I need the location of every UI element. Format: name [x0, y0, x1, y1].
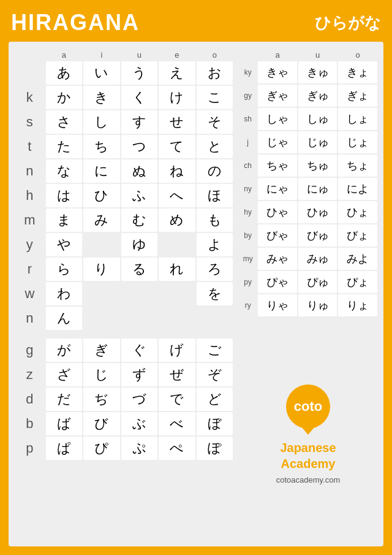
combo-char-10-1: りゅ	[298, 294, 337, 316]
main-char-9-0: わ	[46, 282, 82, 305]
combo-col-u: u	[298, 49, 337, 60]
voiced-char-3-2: ぶ	[121, 412, 157, 435]
main-char-5-3: へ	[159, 184, 195, 207]
main-char-8-0: ら	[46, 258, 82, 281]
main-char-8-1: り	[83, 258, 119, 281]
combo-char-0-1: きゅ	[298, 61, 337, 83]
voiced-char-1-3: ぜ	[159, 363, 195, 386]
combo-char-2-1: しゅ	[298, 108, 337, 130]
combo-char-4-0: ちゃ	[258, 155, 297, 177]
row-label-8: r	[15, 258, 45, 281]
col-header-i: i	[83, 49, 119, 60]
main-char-7-3	[159, 233, 195, 256]
row-label-6: m	[15, 209, 45, 232]
main-char-8-3: れ	[159, 258, 195, 281]
main-char-5-1: ひ	[83, 184, 119, 207]
main-char-5-4: ほ	[197, 184, 233, 207]
voiced-label-3: b	[15, 412, 45, 435]
academy-line2: Academy	[281, 457, 336, 470]
voiced-char-4-4: ぽ	[197, 437, 233, 460]
main-char-7-2: ゆ	[121, 233, 157, 256]
combo-char-5-2: によ	[338, 178, 377, 200]
voiced-char-1-0: ざ	[46, 363, 82, 386]
voiced-char-4-3: ぺ	[159, 437, 195, 460]
coto-logo-text: coto	[294, 399, 322, 415]
voiced-char-2-3: で	[159, 388, 195, 411]
combo-char-9-0: ぴゃ	[258, 271, 297, 293]
main-char-10-1	[83, 307, 119, 330]
voiced-hiragana-table: gがぎぐげごzざじずぜぞdだぢづでどbばびぶべぼpぱぴぷぺぽ	[13, 337, 234, 461]
main-char-5-2: ふ	[121, 184, 157, 207]
voiced-char-3-4: ぼ	[197, 412, 233, 435]
main-char-3-0: た	[46, 135, 82, 158]
empty-header	[15, 49, 45, 60]
row-label-1: k	[15, 86, 45, 109]
combo-char-7-0: びゃ	[258, 224, 297, 247]
academy-line1: Japanese	[280, 441, 336, 454]
combo-label-6: hy	[239, 201, 257, 223]
combo-char-4-2: ちょ	[338, 155, 377, 177]
voiced-char-2-1: ぢ	[83, 388, 119, 411]
voiced-label-1: z	[15, 363, 45, 386]
row-label-3: t	[15, 135, 45, 158]
main-char-9-1	[83, 282, 119, 305]
voiced-char-2-2: づ	[121, 388, 157, 411]
voiced-label-2: d	[15, 388, 45, 411]
combo-table: a u o kyきゃきゅきょgyぎゃぎゅぎょshしゃしゅしょjじゃじゅじょchち…	[238, 48, 379, 318]
combo-label-0: ky	[239, 61, 257, 83]
voiced-char-3-0: ば	[46, 412, 82, 435]
combo-char-6-1: ひゅ	[298, 201, 337, 223]
voiced-char-2-4: ど	[197, 388, 233, 411]
combo-label-8: my	[239, 248, 257, 270]
main-char-4-3: ね	[159, 159, 195, 183]
combo-char-7-2: びょ	[338, 224, 377, 247]
page-header: HIRAGANA ひらがな	[9, 10, 383, 36]
combo-char-3-2: じょ	[338, 131, 377, 153]
main-char-1-3: け	[159, 86, 195, 109]
combo-label-3: j	[239, 131, 257, 153]
voiced-char-1-1: じ	[83, 363, 119, 386]
main-char-1-1: き	[83, 86, 119, 109]
combo-char-8-0: みゃ	[258, 248, 297, 270]
combo-label-5: ny	[239, 178, 257, 200]
main-char-3-4: と	[197, 135, 233, 158]
coto-logo-bubble: coto	[286, 385, 330, 429]
main-char-1-2: く	[121, 86, 157, 109]
main-char-8-4: ろ	[197, 258, 233, 281]
row-label-0	[15, 61, 45, 85]
main-char-6-4: も	[197, 209, 233, 232]
combo-label-2: sh	[239, 108, 257, 130]
main-char-2-1: し	[83, 110, 119, 134]
combo-char-4-1: ちゅ	[298, 155, 337, 177]
main-char-6-1: み	[83, 209, 119, 232]
main-char-2-2: す	[121, 110, 157, 134]
combo-char-10-0: りゃ	[258, 294, 297, 316]
combo-char-10-2: りょ	[338, 294, 377, 316]
combo-col-a: a	[258, 49, 297, 60]
combo-char-5-0: にゃ	[258, 178, 297, 200]
combo-char-9-1: ぴゅ	[298, 271, 337, 293]
combo-empty-header	[239, 49, 257, 60]
combo-char-3-1: じゅ	[298, 131, 337, 153]
voiced-char-0-3: げ	[159, 339, 195, 362]
col-header-o: o	[197, 49, 233, 60]
main-char-5-0: は	[46, 184, 82, 207]
main-char-7-1	[83, 233, 119, 256]
main-char-1-4: こ	[197, 86, 233, 109]
academy-name: Japanese Academy	[280, 440, 336, 472]
left-panel: a i u e o あいうえおkかきくけこsさしすせそtたちつてとnなにぬねのh…	[13, 48, 234, 540]
combo-char-6-0: ひゃ	[258, 201, 297, 223]
main-char-2-0: さ	[46, 110, 82, 134]
main-char-9-2	[121, 282, 157, 305]
main-char-0-4: お	[197, 61, 233, 85]
voiced-label-4: p	[15, 437, 45, 460]
voiced-char-4-0: ぱ	[46, 437, 82, 460]
main-char-3-1: ち	[83, 135, 119, 158]
website-url: cotoacademy.com	[276, 475, 341, 484]
voiced-char-0-1: ぎ	[83, 339, 119, 362]
main-char-6-2: む	[121, 209, 157, 232]
row-label-9: w	[15, 282, 45, 305]
combo-char-8-2: みよ	[338, 248, 377, 270]
combo-label-9: py	[239, 271, 257, 293]
combo-label-4: ch	[239, 155, 257, 177]
